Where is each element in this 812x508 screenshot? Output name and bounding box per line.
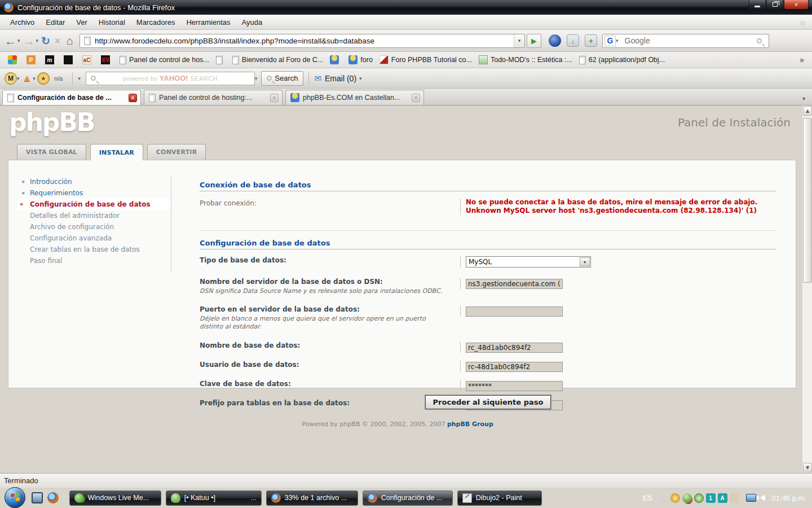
dbport-input[interactable] — [466, 306, 563, 317]
menu-herramientas[interactable]: Herramientas — [180, 16, 236, 29]
tab-convertir[interactable]: CONVERTIR — [147, 144, 206, 160]
menu-archivo[interactable]: Archivo — [5, 16, 40, 29]
download-icon[interactable]: ↓ — [567, 34, 579, 47]
tray-badge-icon[interactable] — [694, 493, 704, 503]
quick-launch-chevron-icon[interactable]: » — [62, 492, 66, 500]
dbhost-input[interactable] — [466, 279, 563, 289]
back-dropdown-icon[interactable]: ▾ — [17, 38, 22, 43]
tray-agent-icon[interactable] — [730, 493, 739, 503]
page-scrollbar[interactable]: ▲ ▼ — [802, 106, 812, 473]
tab-vista-global[interactable]: VISTA GLOBAL — [17, 144, 86, 160]
new-tab-icon[interactable]: + — [585, 34, 597, 47]
footer-link[interactable]: phpBB Group — [447, 421, 493, 428]
bookmark-panel-hosting[interactable]: Panel de control de hos... — [116, 56, 213, 64]
sidebar-item-requerimientos[interactable]: » Requerimientos — [17, 187, 171, 199]
close-tab-icon[interactable]: × — [412, 94, 420, 102]
yahoo-menu-icon[interactable]: M — [5, 72, 17, 85]
tab-instalar[interactable]: INSTALAR — [90, 144, 143, 160]
tab-panel-hosting[interactable]: Panel de control de hosting:... × — [144, 90, 283, 105]
dbpass-input[interactable] — [466, 381, 563, 391]
restore-button[interactable] — [766, 0, 783, 10]
dbuser-input[interactable] — [466, 362, 563, 372]
yahoo-search-box[interactable]: powered by YAHOO! SEARCH — [86, 72, 255, 85]
search-icon[interactable] — [757, 38, 762, 43]
start-button[interactable] — [5, 487, 25, 508]
language-indicator[interactable]: ES — [643, 494, 652, 502]
url-text[interactable]: http://www.forodecdelu.com/phpBB3/instal… — [95, 37, 514, 45]
minimize-button[interactable] — [749, 0, 766, 10]
scroll-up-icon[interactable]: ▲ — [803, 106, 812, 116]
close-tab-icon[interactable]: × — [129, 94, 137, 102]
sidebar-item-detalles-admin[interactable]: Detalles del administrador — [17, 210, 171, 221]
gear-icon[interactable]: ☼ — [799, 17, 806, 27]
tray-update-icon[interactable] — [670, 493, 680, 503]
bookmark-bienvenido-foro[interactable]: Bienvenido al Foro de C... — [229, 56, 327, 64]
chevron-down-icon[interactable]: ▾ — [78, 76, 82, 81]
menu-historial[interactable]: Historial — [93, 16, 131, 29]
taskbar-configuracion[interactable]: Configuración de ... — [363, 491, 453, 506]
bookmark-windows-icon[interactable] — [8, 55, 17, 64]
url-bar[interactable]: http://www.forodecdelu.com/phpBB3/instal… — [80, 34, 525, 48]
bookmarks-overflow-chevron[interactable]: » — [800, 55, 807, 64]
taskbar-paint[interactable]: Dibujo2 - Paint — [457, 491, 542, 506]
forward-dropdown-icon[interactable]: ▾ — [36, 38, 41, 43]
menu-ver[interactable]: Ver — [70, 16, 93, 29]
taskbar-katuu[interactable]: [• Katuu •] ... — [166, 491, 262, 506]
bookmark-p-icon[interactable]: P — [27, 55, 36, 64]
sidebar-item-configuracion-bd[interactable]: » Configuración de base de datos — [17, 199, 171, 210]
chevron-down-icon[interactable]: ▾ — [33, 76, 37, 81]
bookmark-phpbb-tutorial[interactable]: Foro PHPBB Tutorial co... — [376, 55, 475, 64]
menu-editar[interactable]: Editar — [40, 16, 70, 29]
forward-button[interactable]: → — [22, 35, 36, 47]
extension-seahorse-icon[interactable] — [549, 34, 561, 47]
sidebar-item-archivo-config[interactable]: Archivo de configuración — [17, 221, 171, 233]
clock[interactable]: 01:46 p.m. — [772, 494, 806, 502]
show-desktop-icon[interactable] — [32, 492, 43, 503]
yahoo-search-button[interactable]: Search — [261, 71, 303, 86]
tray-appA-icon[interactable]: A — [718, 493, 727, 503]
bookmark-ac-icon[interactable]: aC — [82, 55, 91, 64]
url-history-dropdown[interactable]: ▾ — [514, 34, 524, 47]
sidebar-item-paso-final[interactable]: Paso final — [17, 255, 171, 266]
sidebar-item-introduccion[interactable]: » Introducción — [17, 176, 171, 187]
bookmark-todo-mods[interactable]: Todo-MOD's :: Estética :... — [475, 55, 576, 64]
search-engine-dropdown-icon[interactable]: ▾ — [616, 38, 620, 43]
bookmark-black-icon[interactable] — [64, 55, 73, 64]
tray-app1-icon[interactable]: 1 — [706, 493, 716, 503]
back-button[interactable]: ← — [3, 35, 17, 47]
chevron-down-icon[interactable]: ▾ — [17, 76, 21, 81]
tab-configuracion[interactable]: Configuración de base de ... × — [2, 90, 141, 105]
firefox-icon[interactable] — [47, 492, 59, 503]
taskbar-download[interactable]: 33% de 1 archivo ... — [266, 491, 358, 506]
bookmark-doc-icon[interactable] — [216, 56, 223, 64]
yahoo-upgrade-icon[interactable]: ▲ — [21, 73, 33, 84]
stop-button[interactable]: × — [51, 36, 64, 46]
home-button[interactable]: ⌂ — [64, 35, 76, 46]
tray-messenger-icon[interactable] — [682, 493, 692, 503]
tray-expand-icon[interactable]: < — [660, 494, 665, 502]
bookmark-lantern-icon[interactable] — [330, 55, 339, 64]
sidebar-item-crear-tablas[interactable]: Crear tablas en la base de datos — [17, 244, 171, 255]
google-search-box[interactable]: G ▾ — [602, 34, 769, 48]
tab-list-dropdown-icon[interactable]: ▾ — [798, 95, 810, 105]
chevron-down-icon[interactable]: ▾ — [580, 257, 590, 266]
bookmark-m-icon[interactable]: m — [45, 55, 54, 64]
chevron-down-icon[interactable]: ▾ — [255, 76, 259, 81]
scrollbar-thumb[interactable] — [803, 118, 812, 283]
chevron-down-icon[interactable]: ▾ — [359, 76, 364, 81]
reload-button[interactable]: ↻ — [40, 36, 51, 46]
proceed-button[interactable]: Proceder al siquiente paso — [425, 395, 551, 409]
network-icon[interactable] — [746, 494, 756, 502]
search-input[interactable] — [620, 36, 757, 45]
bookmark-62-pdf[interactable]: 62 (application/pdf Obj... — [576, 56, 669, 64]
menu-marcadores[interactable]: Marcadores — [131, 16, 181, 29]
yahoo-email-button[interactable]: ✉ Email (0) — [314, 73, 356, 84]
yahoo-bookmarks-icon[interactable]: ★ — [37, 72, 50, 85]
speaker-icon[interactable] — [760, 494, 765, 501]
bookmark-foro[interactable]: foro — [345, 55, 376, 64]
close-tab-icon[interactable]: × — [270, 94, 279, 102]
taskbar-windows-live[interactable]: Windows Live Me... — [69, 491, 161, 506]
close-button[interactable]: × — [784, 0, 809, 10]
menu-ayuda[interactable]: Ayuda — [236, 16, 268, 29]
dbname-input[interactable] — [466, 343, 563, 353]
